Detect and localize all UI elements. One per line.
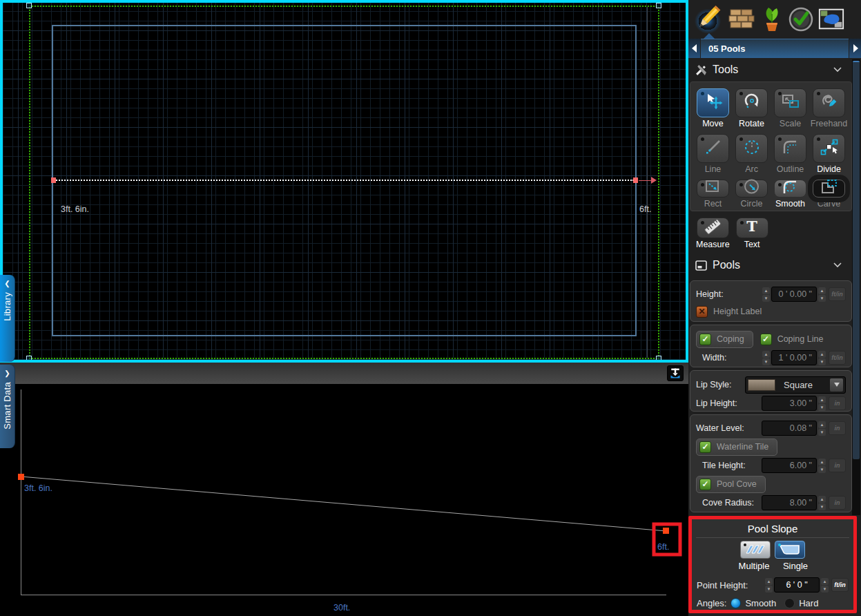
water-level-spinner[interactable]: 0.08 " ▲▼ bbox=[762, 421, 826, 436]
pools-collapse-chevron[interactable] bbox=[833, 262, 842, 268]
coping-toggle[interactable]: ✓Coping bbox=[696, 331, 753, 348]
water-level-spin[interactable]: ▲▼ bbox=[818, 421, 826, 436]
width-unit-button[interactable]: ft/in bbox=[829, 351, 846, 365]
tools-section-header[interactable]: Tools bbox=[688, 60, 861, 79]
tile-height-unit[interactable]: in bbox=[829, 459, 846, 472]
tool-rect[interactable]: Rect bbox=[697, 180, 729, 209]
slope-end-marker[interactable] bbox=[663, 528, 669, 534]
tool-rect-label: Rect bbox=[704, 199, 722, 209]
sidebar-scrollbar[interactable] bbox=[852, 59, 860, 515]
height-spinner[interactable]: ▲▼ 0 ' 0.00 " ▲▼ bbox=[762, 287, 826, 302]
point-height-unit-button[interactable]: ft/in bbox=[831, 578, 849, 592]
tool-line-button[interactable] bbox=[697, 134, 729, 163]
lip-height-spinner[interactable]: 3.00 " ▲▼ bbox=[762, 396, 826, 411]
pencil-icon[interactable] bbox=[694, 3, 722, 35]
section-view-button[interactable] bbox=[667, 365, 684, 381]
slope-line[interactable] bbox=[21, 477, 666, 531]
tool-move[interactable]: Move bbox=[697, 88, 729, 128]
plan-view-canvas[interactable]: 3ft. 6in. 6ft. bbox=[0, 0, 688, 363]
width-field[interactable]: 1 ' 0.00 " bbox=[771, 350, 817, 365]
nav-next-button[interactable] bbox=[849, 39, 861, 58]
tool-text-button[interactable]: T bbox=[736, 218, 768, 238]
water-level-unit[interactable]: in bbox=[829, 421, 846, 435]
tool-outline[interactable]: Outline bbox=[774, 134, 806, 174]
splitter-bar[interactable] bbox=[0, 363, 688, 384]
coping-group: ✓Coping ✓ Coping Line Width: ▲▼ 1 ' 0.00… bbox=[690, 325, 852, 367]
tool-smooth-button[interactable] bbox=[774, 180, 806, 198]
cove-radius-spinner[interactable]: 8.00 " ▲▼ bbox=[762, 495, 826, 510]
tile-height-spinner[interactable]: 6.00 " ▲▼ bbox=[762, 458, 826, 473]
tool-carve-button[interactable] bbox=[813, 180, 845, 198]
tile-height-field[interactable]: 6.00 " bbox=[762, 458, 817, 473]
tool-carve[interactable]: Carve bbox=[813, 180, 845, 209]
tools-collapse-chevron[interactable] bbox=[833, 67, 842, 73]
waterline-tile-toggle[interactable]: ✓Waterline Tile bbox=[696, 439, 777, 456]
angles-smooth-radio[interactable] bbox=[731, 598, 741, 608]
tool-dot bbox=[817, 183, 820, 186]
coping-line-checkbox[interactable]: ✓ bbox=[760, 334, 772, 345]
height-label-checkbox[interactable]: ✕ bbox=[696, 306, 708, 318]
lip-height-spin[interactable]: ▲▼ bbox=[818, 396, 826, 411]
map-icon[interactable] bbox=[818, 3, 845, 35]
section-view-canvas[interactable]: 3ft. 6in. 6ft. 30ft. bbox=[0, 384, 688, 616]
cove-radius-field[interactable]: 8.00 " bbox=[762, 495, 817, 510]
tool-move-button[interactable] bbox=[697, 88, 729, 117]
tool-divide[interactable]: Divide bbox=[813, 134, 845, 174]
lip-height-unit[interactable]: in bbox=[829, 396, 846, 410]
water-level-field[interactable]: 0.08 " bbox=[762, 421, 817, 436]
tool-freehand-button[interactable] bbox=[813, 88, 845, 117]
height-unit-button[interactable]: ft/in bbox=[829, 287, 846, 301]
tool-freehand[interactable]: Freehand bbox=[813, 88, 845, 128]
height-field[interactable]: 0 ' 0.00 " bbox=[771, 287, 817, 302]
tool-measure[interactable]: Measure bbox=[696, 218, 730, 249]
tool-divide-button[interactable] bbox=[813, 134, 845, 163]
angles-hard-radio[interactable] bbox=[784, 598, 795, 608]
tool-rotate-button[interactable] bbox=[735, 88, 768, 117]
pools-section-header[interactable]: Pools bbox=[688, 256, 861, 275]
bricks-icon[interactable] bbox=[728, 3, 755, 35]
check-icon[interactable] bbox=[787, 3, 815, 35]
coping-checkbox[interactable]: ✓ bbox=[699, 334, 711, 345]
nav-prev-button[interactable] bbox=[688, 39, 700, 58]
tool-circle-button[interactable] bbox=[735, 180, 768, 198]
height-spin-right[interactable]: ▲▼ bbox=[818, 287, 826, 302]
lip-height-field[interactable]: 3.00 " bbox=[762, 396, 817, 411]
tab-smart-data[interactable]: ❯ Smart Data bbox=[0, 365, 15, 448]
width-spinner[interactable]: ▲▼ 1 ' 0.00 " ▲▼ bbox=[762, 350, 826, 365]
tool-measure-button[interactable] bbox=[697, 218, 729, 238]
pools-header-label: Pools bbox=[713, 259, 740, 271]
cove-radius-spin[interactable]: ▲▼ bbox=[818, 496, 826, 510]
lip-style-dropdown[interactable]: Square bbox=[745, 376, 846, 394]
tool-line[interactable]: Line bbox=[697, 134, 729, 174]
slope-single-button[interactable] bbox=[775, 541, 805, 559]
tool-scale[interactable]: Scale bbox=[774, 88, 806, 128]
slope-multiple-button[interactable] bbox=[740, 541, 771, 559]
lip-style-dropdown-button[interactable] bbox=[830, 378, 843, 392]
panel-title[interactable]: 05 Pools bbox=[701, 39, 849, 58]
tab-library[interactable]: ❮ Library bbox=[0, 275, 15, 362]
tool-circle[interactable]: Circle bbox=[735, 180, 768, 209]
tool-rect-button[interactable] bbox=[697, 180, 729, 198]
scrollbar-thumb[interactable] bbox=[853, 61, 860, 459]
pool-cove-checkbox[interactable]: ✓ bbox=[699, 479, 711, 490]
tool-arc[interactable]: Arc bbox=[735, 134, 768, 174]
point-height-spin-right[interactable]: ▲▼ bbox=[821, 578, 829, 593]
plant-icon[interactable] bbox=[758, 3, 786, 35]
width-spin-left[interactable]: ▲▼ bbox=[762, 351, 770, 365]
point-height-spinner[interactable]: ▲▼ 6 ' 0 " ▲▼ bbox=[765, 577, 829, 593]
point-height-field[interactable]: 6 ' 0 " bbox=[774, 577, 820, 593]
tool-rotate[interactable]: Rotate bbox=[735, 88, 768, 128]
waterline-tile-checkbox[interactable]: ✓ bbox=[699, 441, 711, 453]
height-spin-left[interactable]: ▲▼ bbox=[762, 287, 770, 302]
tool-text[interactable]: TText bbox=[736, 218, 768, 249]
tile-height-spin[interactable]: ▲▼ bbox=[818, 459, 826, 473]
tool-arc-button[interactable] bbox=[735, 134, 768, 163]
width-spin-right[interactable]: ▲▼ bbox=[818, 351, 826, 365]
tool-smooth[interactable]: Smooth bbox=[774, 180, 806, 209]
tool-outline-button[interactable] bbox=[774, 134, 806, 163]
pool-cove-toggle[interactable]: ✓Pool Cove bbox=[696, 476, 766, 493]
point-height-spin-left[interactable]: ▲▼ bbox=[765, 578, 773, 593]
slope-start-marker[interactable] bbox=[18, 474, 24, 480]
tool-scale-button[interactable] bbox=[774, 88, 806, 117]
cove-radius-unit[interactable]: in bbox=[829, 496, 846, 510]
